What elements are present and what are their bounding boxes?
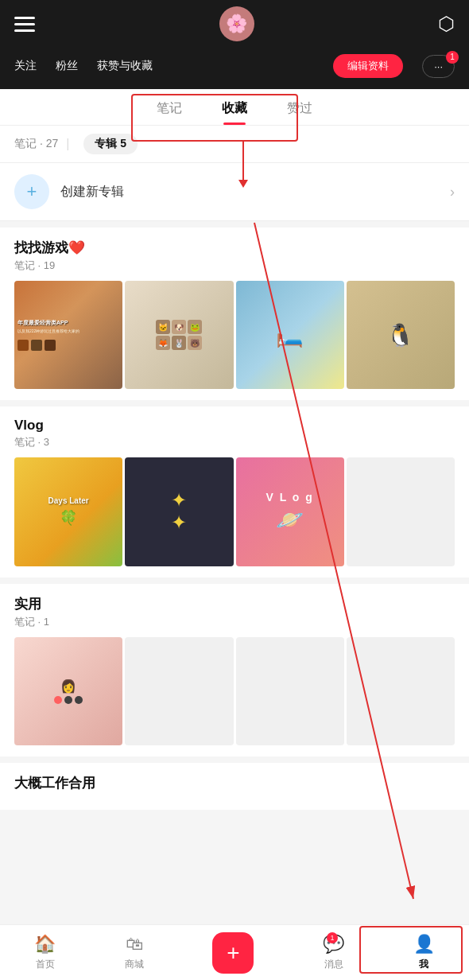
more-button[interactable]: ··· 1 (422, 55, 455, 78)
game-image-3[interactable]: 🛏️ (236, 281, 344, 389)
game-image-2[interactable]: 🐱 🐶 🐸 🦊 🐰 🐻 (125, 281, 233, 389)
album-games-images: 年度最爱经营类APP 以及我222种游玩过且推荐给大家的 🐱 🐶 🐸 (14, 281, 455, 400)
sub-tabs: 笔记 · 27 | 专辑 5 (0, 126, 469, 163)
album-practical-images: 👩 (14, 637, 455, 756)
plus-icon: + (227, 940, 239, 966)
album-vlog-title[interactable]: Vlog (14, 418, 455, 434)
followers-stat[interactable]: 粉丝 (56, 59, 78, 73)
album-career: 大概工作合用 (0, 763, 469, 810)
nav-shop[interactable]: 🛍 商城 (125, 934, 144, 971)
messages-badge: 1 (327, 932, 338, 943)
game-image-4[interactable]: 🐧 (347, 281, 455, 389)
create-album-label: 创建新专辑 (60, 184, 439, 200)
sub-tab-notes[interactable]: 笔记 · 27 (14, 134, 58, 154)
vlog-image-4[interactable] (347, 457, 455, 566)
album-career-title[interactable]: 大概工作合用 (14, 774, 455, 792)
album-vlog-count: 笔记 · 3 (14, 435, 455, 449)
game-image-1[interactable]: 年度最爱经营类APP 以及我222种游玩过且推荐给大家的 (14, 281, 122, 389)
shop-icon: 🛍 (126, 934, 143, 955)
more-badge: 1 (446, 51, 459, 64)
main-tabs: 笔记 收藏 赞过 (0, 89, 469, 126)
practical-image-1[interactable]: 👩 (14, 637, 122, 745)
sub-tab-albums[interactable]: 专辑 5 (83, 134, 138, 154)
nav-messages[interactable]: 💬 消息 1 (323, 934, 344, 971)
practical-image-3[interactable] (236, 637, 344, 745)
tab-collections[interactable]: 收藏 (222, 100, 247, 125)
content-area: + 创建新专辑 › 找找游戏❤️ 笔记 · 19 年度最爱经营类APP 以及我2… (0, 163, 469, 880)
create-album-chevron-icon: › (450, 184, 455, 200)
album-vlog: Vlog 笔记 · 3 Days Later 🍀 ✦✦ V L o g 🪐 (0, 406, 469, 577)
annotation-arrow-1 (242, 142, 244, 181)
vlog-image-3[interactable]: V L o g 🪐 (236, 457, 344, 566)
menu-button[interactable] (14, 17, 35, 32)
album-games-title[interactable]: 找找游戏❤️ (14, 239, 455, 257)
avatar[interactable]: 🌸 (219, 6, 254, 41)
profile-icon: 👤 (413, 934, 435, 955)
tab-likes[interactable]: 赞过 (287, 100, 312, 125)
nav-home[interactable]: 🏠 首页 (34, 934, 56, 971)
album-vlog-images: Days Later 🍀 ✦✦ V L o g 🪐 (14, 457, 455, 577)
edit-profile-button[interactable]: 编辑资料 (333, 54, 403, 78)
vlog-image-2[interactable]: ✦✦ (125, 457, 233, 566)
share-button[interactable]: ⬡ (438, 13, 455, 35)
header: 🌸 ⬡ (0, 0, 469, 48)
album-practical-count: 笔记 · 1 (14, 615, 455, 629)
practical-image-2[interactable] (125, 637, 233, 745)
home-icon: 🏠 (34, 934, 56, 955)
following-stat[interactable]: 关注 (14, 59, 37, 73)
album-games-count: 笔记 · 19 (14, 259, 455, 273)
create-album-row[interactable]: + 创建新专辑 › (0, 163, 469, 221)
album-games: 找找游戏❤️ 笔记 · 19 年度最爱经营类APP 以及我222种游玩过且推荐给… (0, 228, 469, 400)
likes-collections-stat[interactable]: 获赞与收藏 (97, 59, 153, 73)
stats-bar: 关注 粉丝 获赞与收藏 编辑资料 ··· 1 (0, 48, 469, 89)
album-practical-title[interactable]: 实用 (14, 595, 455, 613)
nav-plus-button[interactable]: + (212, 932, 254, 974)
practical-image-4[interactable] (347, 637, 455, 745)
album-practical: 实用 笔记 · 1 👩 (0, 584, 469, 756)
tab-notes[interactable]: 笔记 (157, 100, 182, 125)
vlog-image-1[interactable]: Days Later 🍀 (14, 457, 122, 566)
create-album-icon: + (14, 174, 49, 209)
nav-profile[interactable]: 👤 我 (413, 934, 435, 971)
bottom-nav: 🏠 首页 🛍 商城 + 💬 消息 1 👤 我 (0, 924, 469, 980)
